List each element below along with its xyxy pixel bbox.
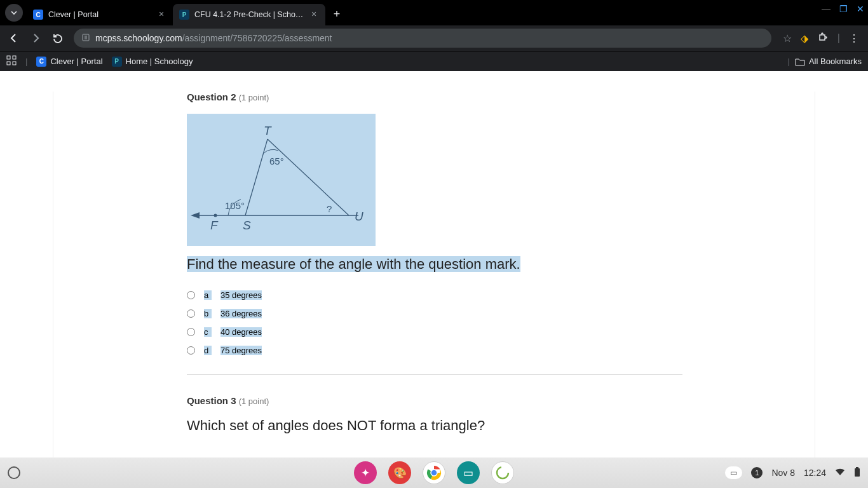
address-bar[interactable]: mcpss.schoology.com/assignment/758672022… bbox=[74, 29, 771, 48]
app-icon-1[interactable]: ✦ bbox=[354, 461, 377, 484]
reload-icon bbox=[52, 33, 63, 44]
ime-indicator[interactable]: ▭ bbox=[725, 466, 742, 479]
bookmark-clever[interactable]: C Clever | Portal bbox=[36, 57, 102, 67]
extension-pin-icon[interactable]: ⬗ bbox=[801, 32, 808, 44]
question-divider bbox=[187, 374, 682, 375]
reload-button[interactable] bbox=[48, 29, 66, 47]
svg-marker-9 bbox=[191, 212, 200, 219]
new-tab-button[interactable]: + bbox=[328, 5, 346, 23]
favicon-icon: P bbox=[179, 10, 189, 20]
menu-button[interactable]: ⋮ bbox=[849, 32, 859, 44]
chevron-down-icon bbox=[10, 9, 18, 17]
back-button[interactable] bbox=[5, 29, 23, 47]
choice-b[interactable]: b 36 degrees bbox=[187, 309, 682, 318]
site-info-icon[interactable] bbox=[81, 33, 90, 44]
svg-text:S: S bbox=[243, 219, 251, 232]
question-3-header: Question 3 (1 point) bbox=[187, 395, 682, 406]
choice-letter: c bbox=[204, 327, 212, 337]
tab-clever[interactable]: C Clever | Portal × bbox=[27, 4, 173, 25]
tab-title: CFU 4.1-2 Pre-Check | Schoology bbox=[194, 10, 305, 19]
choice-a[interactable]: a 35 degrees bbox=[187, 290, 682, 300]
chrome-icon[interactable] bbox=[423, 461, 445, 484]
choice-c[interactable]: c 40 degrees bbox=[187, 327, 682, 337]
browser-tabstrip: C Clever | Portal × P CFU 4.1-2 Pre-Chec… bbox=[0, 0, 868, 25]
close-icon[interactable]: × bbox=[309, 10, 319, 20]
shelf-apps: ✦ 🎨 ▭ bbox=[354, 461, 514, 484]
bookbar-separator: | bbox=[25, 57, 27, 66]
choice-letter: a bbox=[204, 290, 212, 300]
app-icon-2[interactable]: 🎨 bbox=[388, 461, 411, 484]
maximize-icon[interactable]: ❐ bbox=[839, 4, 848, 14]
star-icon[interactable]: ☆ bbox=[783, 32, 792, 44]
tab-schoology[interactable]: P CFU 4.1-2 Pre-Check | Schoology × bbox=[173, 4, 325, 25]
launcher-button[interactable] bbox=[8, 466, 20, 479]
svg-text:105°: 105° bbox=[225, 200, 245, 211]
arrow-left-icon bbox=[8, 32, 20, 44]
question-2-prompt: Find the measure of the angle with the q… bbox=[187, 256, 520, 272]
svg-text:U: U bbox=[355, 210, 363, 223]
bookbar-separator: | bbox=[788, 57, 790, 66]
bookmark-schoology[interactable]: P Home | Schoology bbox=[112, 57, 193, 67]
page-viewport: Question 2 (1 point) T 65° 105° ? bbox=[0, 71, 868, 458]
arrow-right-icon bbox=[30, 32, 41, 44]
svg-text:T: T bbox=[264, 124, 272, 137]
folder-icon bbox=[795, 57, 805, 66]
choice-letter: d bbox=[204, 346, 212, 355]
svg-line-10 bbox=[245, 139, 268, 215]
svg-rect-7 bbox=[13, 62, 16, 65]
url-text: mcpss.schoology.com/assignment/758672022… bbox=[95, 33, 332, 43]
svg-line-11 bbox=[268, 139, 349, 215]
choice-letter: b bbox=[204, 309, 212, 318]
forward-button[interactable] bbox=[27, 29, 44, 47]
favicon-icon: P bbox=[112, 57, 122, 67]
bookmarks-bar: | C Clever | Portal P Home | Schoology |… bbox=[0, 51, 868, 71]
favicon-icon: C bbox=[33, 10, 43, 20]
radio-d[interactable] bbox=[187, 346, 195, 355]
close-icon[interactable]: × bbox=[156, 10, 166, 20]
window-controls: — ❐ ✕ bbox=[822, 4, 864, 14]
radio-a[interactable] bbox=[187, 291, 195, 299]
battery-icon bbox=[854, 467, 860, 479]
svg-point-12 bbox=[214, 214, 217, 217]
svg-rect-24 bbox=[855, 468, 860, 477]
choice-text: 35 degrees bbox=[220, 290, 262, 300]
radio-b[interactable] bbox=[187, 309, 195, 318]
svg-rect-4 bbox=[7, 56, 10, 59]
notification-badge[interactable]: 1 bbox=[751, 467, 763, 478]
toolbar-actions: ☆ ⬗ | ⋮ bbox=[779, 31, 863, 45]
chromeos-shelf: ✦ 🎨 ▭ ▭ 1 Nov 8 12:24 bbox=[0, 458, 868, 488]
svg-rect-25 bbox=[856, 467, 858, 468]
favicon-icon: C bbox=[36, 57, 46, 67]
close-window-icon[interactable]: ✕ bbox=[857, 4, 864, 14]
tab-search-button[interactable] bbox=[5, 4, 23, 22]
browser-toolbar: mcpss.schoology.com/assignment/758672022… bbox=[0, 25, 868, 51]
question-3-prompt: Which set of angles does NOT forma a tri… bbox=[187, 417, 682, 434]
choice-text: 36 degrees bbox=[220, 309, 262, 318]
status-tray[interactable]: ▭ 1 Nov 8 12:24 bbox=[725, 466, 860, 479]
app-icon-4[interactable]: ▭ bbox=[457, 461, 480, 484]
apps-button[interactable] bbox=[6, 55, 17, 67]
question-2-figure: T 65° 105° ? F S U bbox=[187, 114, 376, 246]
bookmark-label: Home | Schoology bbox=[126, 57, 193, 66]
svg-rect-6 bbox=[7, 62, 10, 65]
minimize-icon[interactable]: — bbox=[822, 4, 831, 14]
all-bookmarks-button[interactable]: All Bookmarks bbox=[795, 57, 862, 66]
question-2-header: Question 2 (1 point) bbox=[187, 92, 682, 102]
svg-text:F: F bbox=[210, 219, 219, 232]
shelf-date: Nov 8 bbox=[771, 468, 795, 478]
wifi-icon bbox=[835, 468, 845, 478]
question-2-choices: a 35 degrees b 36 degrees c 40 degrees d… bbox=[187, 290, 682, 355]
radio-c[interactable] bbox=[187, 328, 195, 336]
svg-text:?: ? bbox=[327, 203, 332, 214]
bookmark-label: Clever | Portal bbox=[50, 57, 102, 66]
toolbar-separator: | bbox=[837, 32, 840, 44]
svg-point-22 bbox=[431, 470, 437, 476]
svg-point-23 bbox=[497, 467, 508, 478]
app-icon-5[interactable] bbox=[491, 461, 514, 484]
choice-text: 75 degrees bbox=[220, 346, 262, 355]
choice-d[interactable]: d 75 degrees bbox=[187, 346, 682, 355]
svg-text:65°: 65° bbox=[269, 156, 284, 166]
svg-rect-5 bbox=[13, 56, 16, 59]
choice-text: 40 degrees bbox=[220, 327, 262, 337]
extensions-icon[interactable] bbox=[817, 31, 829, 45]
